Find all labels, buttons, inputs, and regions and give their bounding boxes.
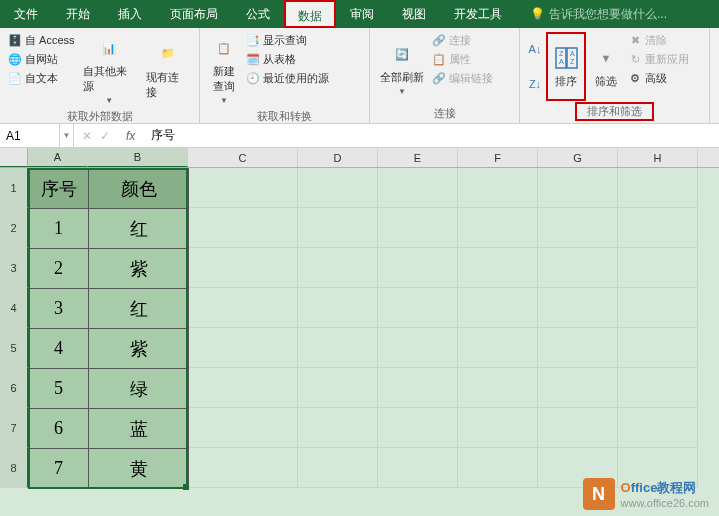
cell-H5[interactable] — [618, 328, 698, 368]
table-cell[interactable]: 黄 — [89, 449, 189, 489]
cell-F5[interactable] — [458, 328, 538, 368]
col-header-G[interactable]: G — [538, 148, 618, 167]
table-cell[interactable]: 4 — [29, 329, 89, 369]
name-box[interactable]: A1 — [0, 124, 60, 147]
table-cell[interactable]: 紫 — [89, 329, 189, 369]
cell-G1[interactable] — [538, 168, 618, 208]
row-header-7[interactable]: 7 — [0, 408, 28, 448]
cell-E3[interactable] — [378, 248, 458, 288]
cell-H4[interactable] — [618, 288, 698, 328]
sort-asc-button[interactable]: A↓ — [526, 41, 544, 57]
select-all-corner[interactable] — [0, 148, 28, 167]
cell-G5[interactable] — [538, 328, 618, 368]
connections-button[interactable]: 🔗连接 — [430, 32, 495, 49]
cell-C2[interactable] — [188, 208, 298, 248]
edit-links-button[interactable]: 🔗编辑链接 — [430, 70, 495, 87]
col-header-H[interactable]: H — [618, 148, 698, 167]
cell-G6[interactable] — [538, 368, 618, 408]
cell-E2[interactable] — [378, 208, 458, 248]
table-cell[interactable]: 蓝 — [89, 409, 189, 449]
from-access-button[interactable]: 🗄️自 Access — [6, 32, 77, 49]
cell-F7[interactable] — [458, 408, 538, 448]
table-cell[interactable]: 6 — [29, 409, 89, 449]
cell-E7[interactable] — [378, 408, 458, 448]
cell-G7[interactable] — [538, 408, 618, 448]
cell-C1[interactable] — [188, 168, 298, 208]
table-header[interactable]: 序号 — [29, 169, 89, 209]
name-box-dropdown[interactable]: ▼ — [60, 124, 74, 147]
tab-view[interactable]: 视图 — [388, 0, 440, 28]
cell-H6[interactable] — [618, 368, 698, 408]
cell-D3[interactable] — [298, 248, 378, 288]
cell-D7[interactable] — [298, 408, 378, 448]
properties-button[interactable]: 📋属性 — [430, 51, 495, 68]
cell-C5[interactable] — [188, 328, 298, 368]
from-text-button[interactable]: 📄自文本 — [6, 70, 77, 87]
filter-button[interactable]: ▼筛选 — [588, 32, 624, 101]
cell-E4[interactable] — [378, 288, 458, 328]
tab-file[interactable]: 文件 — [0, 0, 52, 28]
formula-input[interactable]: 序号 — [143, 127, 719, 144]
recent-sources-button[interactable]: 🕘最近使用的源 — [244, 70, 331, 87]
cell-H7[interactable] — [618, 408, 698, 448]
cell-F3[interactable] — [458, 248, 538, 288]
cell-H1[interactable] — [618, 168, 698, 208]
clear-button[interactable]: ✖清除 — [626, 32, 691, 49]
refresh-all-button[interactable]: 🔄全部刷新▼ — [376, 32, 428, 104]
table-cell[interactable]: 7 — [29, 449, 89, 489]
cell-H3[interactable] — [618, 248, 698, 288]
tab-review[interactable]: 审阅 — [336, 0, 388, 28]
tab-home[interactable]: 开始 — [52, 0, 104, 28]
from-other-button[interactable]: 📊自其他来源▼ — [79, 32, 141, 107]
table-cell[interactable]: 红 — [89, 209, 189, 249]
tab-page-layout[interactable]: 页面布局 — [156, 0, 232, 28]
sort-desc-button[interactable]: Z↓ — [526, 76, 544, 92]
table-cell[interactable]: 绿 — [89, 369, 189, 409]
col-header-F[interactable]: F — [458, 148, 538, 167]
cell-E1[interactable] — [378, 168, 458, 208]
cell-D6[interactable] — [298, 368, 378, 408]
table-cell[interactable]: 红 — [89, 289, 189, 329]
table-cell[interactable]: 1 — [29, 209, 89, 249]
from-web-button[interactable]: 🌐自网站 — [6, 51, 77, 68]
cell-F8[interactable] — [458, 448, 538, 488]
cell-H2[interactable] — [618, 208, 698, 248]
from-table-button[interactable]: 🗓️从表格 — [244, 51, 331, 68]
cell-F4[interactable] — [458, 288, 538, 328]
fx-icon[interactable]: fx — [118, 129, 143, 143]
row-header-2[interactable]: 2 — [0, 208, 28, 248]
cell-C8[interactable] — [188, 448, 298, 488]
cell-C4[interactable] — [188, 288, 298, 328]
cell-F2[interactable] — [458, 208, 538, 248]
tab-data[interactable]: 数据 — [284, 0, 336, 28]
col-header-E[interactable]: E — [378, 148, 458, 167]
row-header-1[interactable]: 1 — [0, 168, 28, 208]
row-header-4[interactable]: 4 — [0, 288, 28, 328]
enter-icon[interactable]: ✓ — [100, 129, 110, 143]
tab-formula[interactable]: 公式 — [232, 0, 284, 28]
cell-F6[interactable] — [458, 368, 538, 408]
cell-E6[interactable] — [378, 368, 458, 408]
cell-C6[interactable] — [188, 368, 298, 408]
cell-D4[interactable] — [298, 288, 378, 328]
cell-F1[interactable] — [458, 168, 538, 208]
cell-G4[interactable] — [538, 288, 618, 328]
col-header-A[interactable]: A — [28, 148, 88, 167]
existing-conn-button[interactable]: 📁现有连接 — [142, 32, 193, 107]
cell-D2[interactable] — [298, 208, 378, 248]
reapply-button[interactable]: ↻重新应用 — [626, 51, 691, 68]
cell-G2[interactable] — [538, 208, 618, 248]
tab-insert[interactable]: 插入 — [104, 0, 156, 28]
table-header[interactable]: 颜色 — [89, 169, 189, 209]
row-header-6[interactable]: 6 — [0, 368, 28, 408]
new-query-button[interactable]: 📋新建 查询▼ — [206, 32, 242, 107]
col-header-C[interactable]: C — [188, 148, 298, 167]
sort-button[interactable]: ZAAZ 排序 — [546, 32, 586, 101]
show-queries-button[interactable]: 📑显示查询 — [244, 32, 331, 49]
cell-G3[interactable] — [538, 248, 618, 288]
cell-D5[interactable] — [298, 328, 378, 368]
tab-developer[interactable]: 开发工具 — [440, 0, 516, 28]
table-cell[interactable]: 5 — [29, 369, 89, 409]
col-header-B[interactable]: B — [88, 148, 188, 167]
cell-C3[interactable] — [188, 248, 298, 288]
